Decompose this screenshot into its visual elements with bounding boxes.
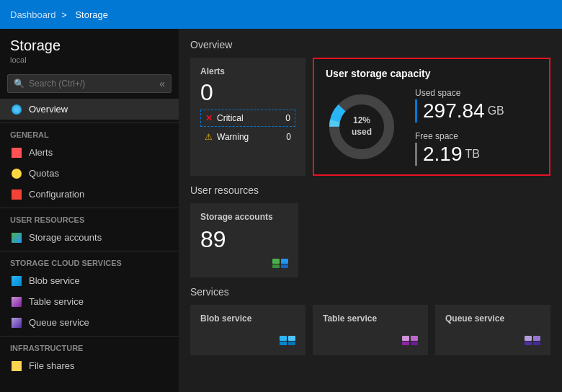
services-title: Services	[190, 286, 550, 298]
storage-accounts-card[interactable]: Storage accounts 89	[190, 203, 298, 277]
files-icon	[10, 361, 23, 371]
free-space-label: Free space	[415, 131, 504, 141]
free-space-stat: Free space 2.19 TB	[415, 131, 504, 166]
storage-accounts-icon-row	[200, 256, 288, 269]
donut-label: 12% used	[344, 115, 380, 138]
donut-chart: 12% used	[326, 91, 398, 163]
sidebar-section-general: General	[0, 122, 179, 142]
sidebar-item-storage-accounts-label: Storage accounts	[29, 232, 102, 243]
free-unit: TB	[465, 148, 480, 161]
svg-rect-12	[402, 342, 409, 345]
alerts-card-title: Alerts	[200, 66, 295, 76]
sidebar-section-user-resources: User resources	[0, 208, 179, 227]
free-space-row: 2.19 TB	[415, 143, 504, 166]
overview-section-title: Overview	[190, 39, 550, 50]
sidebar-item-storage-accounts[interactable]: Storage accounts	[0, 227, 179, 248]
config-icon	[10, 190, 23, 200]
sidebar-item-file-shares-label: File shares	[29, 360, 75, 371]
sidebar-item-file-shares[interactable]: File shares	[0, 355, 179, 376]
svg-rect-3	[272, 259, 280, 264]
collapse-button[interactable]: «	[159, 78, 165, 89]
sidebar-item-queue-label: Queue service	[29, 317, 89, 328]
sidebar-item-blob-label: Blob service	[29, 275, 80, 286]
svg-rect-14	[411, 342, 418, 345]
svg-rect-16	[525, 342, 532, 345]
sidebar-item-alerts[interactable]: Alerts	[0, 142, 179, 163]
blob-service-label: Blob service	[200, 313, 295, 324]
sidebar-item-queue-service[interactable]: Queue service	[0, 312, 179, 333]
svg-rect-18	[533, 342, 540, 345]
sidebar-section-cloud-services: Storage cloud services	[0, 251, 179, 270]
queue-icon	[10, 318, 23, 328]
critical-icon: ✕	[205, 113, 213, 123]
sidebar-header: Storage local	[0, 29, 179, 68]
queue-service-card[interactable]: Queue service	[435, 305, 550, 355]
queue-service-icon-row	[445, 334, 540, 347]
free-bar	[415, 143, 417, 166]
table-service-label: Table service	[323, 313, 418, 324]
sidebar-item-overview-label: Overview	[29, 104, 68, 115]
sidebar: Storage local 🔍 « Overview General Alert…	[0, 29, 179, 392]
storage-stats: Used space 297.84 GB Free space	[415, 88, 504, 166]
warning-label: Warning	[217, 132, 282, 142]
sidebar-item-overview[interactable]: Overview	[0, 99, 179, 120]
alerts-card: Alerts 0 ✕ Critical 0 ⚠ Warning 0	[190, 58, 305, 176]
svg-rect-9	[288, 336, 295, 341]
warning-count: 0	[286, 132, 291, 142]
search-input[interactable]	[29, 79, 159, 89]
sidebar-item-table-label: Table service	[29, 296, 84, 307]
svg-rect-15	[525, 336, 532, 341]
sidebar-subtitle: local	[10, 55, 169, 64]
blob-service-icon	[280, 334, 295, 347]
top-nav: Dashboard > Storage	[0, 0, 562, 29]
overview-icon	[10, 104, 23, 115]
storage-accounts-count: 89	[200, 226, 288, 253]
queue-service-label: Queue service	[445, 313, 540, 324]
sidebar-section-infrastructure: Infrastructure	[0, 336, 179, 355]
alerts-icon	[10, 148, 23, 158]
sidebar-item-configuration-label: Configuration	[29, 189, 84, 200]
alerts-count: 0	[200, 81, 295, 104]
sidebar-item-blob-service[interactable]: Blob service	[0, 270, 179, 291]
sidebar-item-alerts-label: Alerts	[29, 147, 53, 158]
warning-icon: ⚠	[205, 132, 213, 142]
blob-service-icon-row	[200, 334, 295, 347]
storage-card-title: User storage capacity	[326, 68, 538, 79]
storage-accounts-icon	[272, 256, 288, 269]
svg-rect-17	[533, 336, 540, 341]
table-service-card[interactable]: Table service	[313, 305, 428, 355]
main-layout: Storage local 🔍 « Overview General Alert…	[0, 29, 562, 392]
table-service-icon-row	[323, 334, 418, 347]
svg-rect-13	[411, 336, 418, 341]
sidebar-item-quotas[interactable]: Quotas	[0, 163, 179, 184]
used-bar	[415, 99, 417, 122]
alerts-warning-row[interactable]: ⚠ Warning 0	[200, 129, 295, 145]
main-content: Overview Alerts 0 ✕ Critical 0 ⚠ Warning…	[179, 29, 562, 392]
used-unit: GB	[488, 104, 504, 117]
sidebar-item-configuration[interactable]: Configuration	[0, 184, 179, 205]
storage-capacity-card: User storage capacity	[313, 58, 550, 176]
sidebar-item-table-service[interactable]: Table service	[0, 291, 179, 312]
svg-rect-8	[280, 342, 287, 345]
breadcrumb: Dashboard > Storage	[10, 9, 111, 20]
search-box[interactable]: 🔍 «	[7, 74, 171, 93]
svg-rect-10	[288, 342, 295, 345]
search-icon: 🔍	[14, 79, 24, 89]
blob-icon	[10, 276, 23, 286]
alerts-critical-row[interactable]: ✕ Critical 0	[200, 110, 295, 127]
svg-rect-7	[280, 336, 287, 341]
breadcrumb-dashboard-link[interactable]: Dashboard	[10, 9, 56, 20]
breadcrumb-current: Storage	[75, 9, 108, 20]
critical-count: 0	[285, 113, 290, 123]
svg-rect-11	[402, 336, 409, 341]
svg-rect-6	[281, 264, 288, 268]
user-resources-title: User resources	[190, 184, 550, 196]
critical-label: Critical	[217, 113, 281, 123]
used-space-stat: Used space 297.84 GB	[415, 88, 504, 122]
used-space-label: Used space	[415, 88, 504, 98]
blob-service-card[interactable]: Blob service	[190, 305, 305, 355]
services-row: Blob service Table service	[190, 305, 550, 355]
table-service-icon	[402, 334, 418, 347]
quotas-icon	[10, 169, 23, 179]
breadcrumb-sep: >	[61, 9, 67, 20]
